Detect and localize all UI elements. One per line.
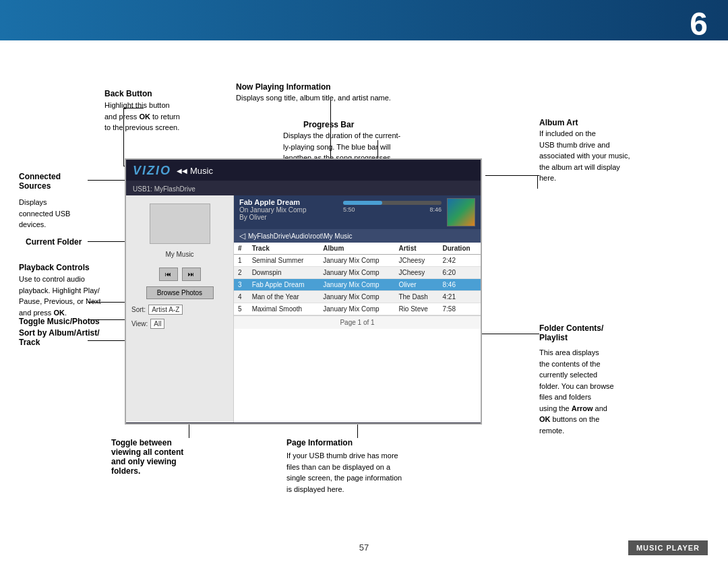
connector-line-aa (485, 175, 539, 176)
table-row[interactable]: 5Maximal SmoothJanuary Mix CompRio Steve… (234, 303, 481, 315)
connector-line-cs (88, 180, 126, 181)
connector-line-back-h2 (123, 108, 144, 108)
cell-2: January Mix Comp (319, 303, 394, 315)
table-row[interactable]: 2DownspinJanuary Mix CompJCheesy6:20 (234, 267, 481, 279)
track-table: # Track Album Artist Duration 1Seminal S… (234, 243, 481, 315)
cell-4: 8:46 (439, 279, 481, 291)
ui-panel: VIZIO ◀◀ Music USB1: MyFlashDrive My Mus… (125, 158, 482, 425)
song-title: Fab Apple Dream (239, 198, 338, 206)
vizio-logo: VIZIO (133, 164, 171, 178)
cell-0: 1 (234, 255, 248, 267)
ann-progress-bar-title: Progress Bar (303, 120, 354, 129)
ann-page-information-title: Page Information (286, 438, 353, 447)
cell-4: 7:58 (439, 303, 481, 315)
back-button-icon[interactable]: ◀◀ (177, 167, 187, 175)
table-row[interactable]: 1Seminal SummerJanuary Mix CompJCheesy2:… (234, 255, 481, 267)
view-value[interactable]: All (150, 319, 164, 329)
table-row[interactable]: 4Man of the YearJanuary Mix CompThe Dash… (234, 291, 481, 303)
table-header-row: # Track Album Artist Duration (234, 243, 481, 255)
sort-row: Sort: Artist A-Z (131, 305, 228, 315)
cell-3: Rio Steve (394, 303, 438, 315)
page-chapter-number: 6 (690, 5, 708, 42)
cell-0: 5 (234, 303, 248, 315)
view-row: View: All (131, 319, 228, 329)
progress-bar-outer (343, 201, 442, 205)
ann-now-playing-title: Now Playing Information (236, 82, 331, 92)
prev-button[interactable]: ⏮ (159, 268, 178, 281)
progress-bar-fill (343, 201, 382, 205)
usb-drive-label: USB1: MyFlashDrive (133, 185, 195, 193)
path-back-icon: ◁ (239, 231, 245, 241)
cell-4: 4:21 (439, 291, 481, 303)
connector-line-pc (88, 302, 126, 303)
connector-line-cf (88, 241, 126, 242)
main-content: Back Button Highlight this buttonand pre… (0, 40, 728, 532)
ann-current-folder-title: Current Folder (26, 237, 82, 247)
page-info: Page 1 of 1 (234, 315, 481, 329)
ann-now-playing-desc: Displays song title, album title, and ar… (236, 93, 391, 102)
cell-2: January Mix Comp (319, 267, 394, 279)
cell-3: Oliver (394, 279, 438, 291)
col-album: Album (319, 243, 394, 255)
music-section-label: ◀◀ Music (177, 166, 213, 176)
cell-0: 4 (234, 291, 248, 303)
panel-right: Fab Apple Dream On January Mix Comp By O… (234, 195, 481, 423)
ann-album-art-title: Album Art (539, 118, 578, 127)
cell-1: Downspin (248, 267, 320, 279)
playback-controls-row: ⏮ ⏭ (131, 268, 228, 281)
cell-3: JCheesy (394, 267, 438, 279)
connector-line-aa-v (537, 175, 538, 189)
connector-line-fc (482, 334, 539, 334)
table-row[interactable]: 3Fab Apple DreamJanuary Mix CompOliver8:… (234, 279, 481, 291)
ann-back-button-title: Back Button (104, 89, 152, 98)
col-duration: Duration (439, 243, 481, 255)
ann-playback-controls-title: Playback Controls (19, 263, 90, 272)
usb-label-bar: USB1: MyFlashDrive (126, 181, 481, 195)
panel-body: My Music ⏮ ⏭ Browse Photos Sort: Artist … (126, 195, 481, 423)
path-bar: ◁ MyFlashDrive\Audio\root\My Music (234, 229, 481, 243)
next-button[interactable]: ⏭ (182, 268, 201, 281)
top-bar: 6 (0, 0, 728, 40)
cell-1: Seminal Summer (248, 255, 320, 267)
ann-playback-controls-desc: Use to control audioplayback. Highlight … (19, 274, 101, 318)
ann-toggle-viewing: Toggle betweenviewing all contentand onl… (111, 438, 183, 476)
folder-name-label: My Music (131, 251, 228, 258)
connector-line-tmp (88, 319, 126, 320)
song-by: By Oliver (239, 214, 338, 221)
now-playing-bar: Fab Apple Dream On January Mix Comp By O… (234, 195, 481, 229)
cell-3: JCheesy (394, 255, 438, 267)
cell-1: Fab Apple Dream (248, 279, 320, 291)
ann-connected-sources-desc: Displaysconnected USBdevices. (19, 197, 70, 230)
col-track: Track (248, 243, 320, 255)
progress-container: 5:50 8:46 (343, 198, 442, 213)
progress-times: 5:50 8:46 (343, 206, 442, 213)
footer-page-number: 57 (359, 542, 369, 553)
song-on: On January Mix Comp (239, 206, 338, 214)
ann-toggle-music-photos: Toggle Music/Photos (19, 317, 100, 326)
col-number: # (234, 243, 248, 255)
ann-sort-by: Sort by Album/Artist/Track (19, 328, 100, 347)
ann-page-information-desc: If your USB thumb drive has morefiles th… (286, 450, 402, 495)
track-list: # Track Album Artist Duration 1Seminal S… (234, 243, 481, 423)
sort-value[interactable]: Artist A-Z (148, 305, 183, 315)
album-art-thumbnail (447, 198, 475, 226)
music-player-label: MUSIC PLAYER (628, 540, 708, 555)
folder-thumbnail (150, 204, 210, 244)
sort-label: Sort: (131, 306, 146, 313)
ann-folder-contents-desc: This area displaysthe contents of thecur… (539, 347, 614, 436)
ann-back-button-desc: Highlight this buttonand press OK to ret… (104, 100, 180, 133)
ann-folder-contents-title: Folder Contents/Playlist (539, 323, 603, 342)
total-time: 8:46 (429, 206, 442, 213)
cell-1: Maximal Smooth (248, 303, 320, 315)
cell-0: 3 (234, 279, 248, 291)
vizio-header: VIZIO ◀◀ Music (126, 160, 481, 181)
now-playing-info: Fab Apple Dream On January Mix Comp By O… (239, 198, 338, 221)
connector-line-back-v (123, 108, 124, 166)
cell-1: Man of the Year (248, 291, 320, 303)
ann-album-art-desc: If included on theUSB thumb drive andass… (539, 128, 630, 184)
connector-line-sort (88, 340, 126, 341)
browse-photos-button[interactable]: Browse Photos (146, 286, 214, 299)
panel-sidebar: My Music ⏮ ⏭ Browse Photos Sort: Artist … (126, 195, 234, 423)
cell-2: January Mix Comp (319, 255, 394, 267)
cell-3: The Dash (394, 291, 438, 303)
